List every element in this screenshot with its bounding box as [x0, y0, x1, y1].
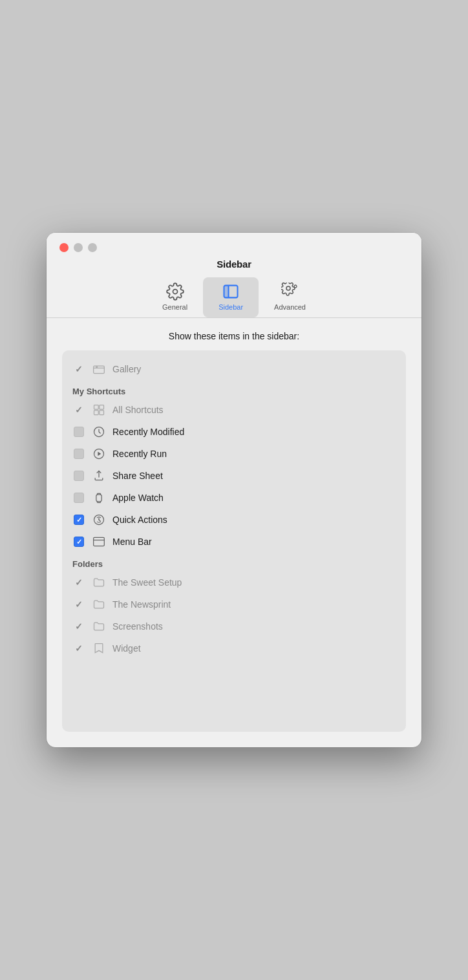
checkmark-icon: ✓ [75, 364, 83, 374]
folder-icon [92, 619, 106, 634]
title-bar: Sidebar General [47, 233, 421, 317]
items-panel: ✓ Gallery My Shortcuts ✓ [62, 350, 406, 732]
folder-icon [92, 597, 106, 612]
quick-actions-label: Quick Actions [112, 515, 396, 525]
list-item[interactable]: Recently Modified [62, 421, 406, 443]
gallery-label: Gallery [112, 364, 396, 374]
recently-run-check[interactable] [72, 449, 85, 459]
checkmark-icon: ✓ [75, 621, 83, 632]
all-shortcuts-check: ✓ [72, 405, 85, 415]
folder-icon [92, 575, 106, 590]
menu-bar-icon [92, 535, 106, 549]
checkmark-icon: ✓ [75, 577, 83, 588]
recently-run-label: Recently Run [112, 449, 396, 459]
sweet-setup-label: The Sweet Setup [112, 577, 396, 588]
list-item[interactable]: ✓ Quick Actions [62, 509, 406, 531]
list-item: ✓ The Newsprint [62, 593, 406, 615]
sidebar-icon [222, 282, 240, 301]
apple-watch-label: Apple Watch [112, 493, 396, 503]
apple-watch-check[interactable] [72, 493, 85, 503]
gallery-icon [92, 362, 106, 376]
folders-header: Folders [62, 553, 406, 571]
apple-watch-icon [92, 491, 106, 505]
screenshots-check: ✓ [72, 621, 85, 632]
svg-rect-7 [94, 410, 99, 415]
my-shortcuts-header: My Shortcuts [62, 380, 406, 399]
tab-general[interactable]: General [147, 277, 203, 317]
share-sheet-check[interactable] [72, 471, 85, 481]
gallery-check: ✓ [72, 364, 85, 374]
svg-rect-12 [96, 495, 101, 502]
svg-point-20 [98, 519, 100, 520]
general-label: General [162, 303, 187, 311]
svg-rect-8 [100, 410, 104, 415]
sidebar-label: Sidebar [218, 303, 243, 311]
list-item[interactable]: Recently Run [62, 443, 406, 465]
menu-bar-check[interactable]: ✓ [72, 537, 85, 547]
window-controls [59, 243, 97, 252]
checkmark-icon: ✓ [75, 599, 83, 610]
recently-run-icon [92, 447, 106, 461]
sweet-setup-check: ✓ [72, 577, 85, 588]
checkmark-icon: ✓ [75, 643, 83, 654]
list-item: ✓ The Sweet Setup [62, 571, 406, 593]
list-item: ✓ Widget [62, 637, 406, 659]
checkbox-checked[interactable]: ✓ [74, 515, 84, 525]
section-title: Show these items in the sidebar: [62, 331, 406, 341]
svg-rect-2 [224, 286, 229, 298]
advanced-label: Advanced [274, 303, 306, 311]
all-shortcuts-label: All Shortcuts [112, 405, 396, 415]
list-item[interactable]: Apple Watch [62, 487, 406, 509]
svg-point-4 [96, 367, 98, 368]
recently-modified-label: Recently Modified [112, 427, 396, 437]
checkbox-unchecked[interactable] [74, 493, 84, 503]
list-item[interactable]: Share Sheet [62, 465, 406, 487]
toolbar: General Sidebar [147, 277, 321, 317]
checkbox-unchecked[interactable] [74, 471, 84, 481]
recently-modified-check[interactable] [72, 427, 85, 437]
widget-label: Widget [112, 643, 396, 654]
minimize-button[interactable] [74, 243, 83, 252]
window-title: Sidebar [217, 259, 251, 270]
tab-advanced[interactable]: Advanced [259, 277, 321, 317]
gear-icon [166, 282, 184, 301]
svg-rect-3 [94, 366, 105, 374]
newsprint-check: ✓ [72, 599, 85, 610]
list-item: ✓ Screenshots [62, 615, 406, 637]
menu-bar-label: Menu Bar [112, 537, 396, 547]
all-shortcuts-icon [92, 403, 106, 417]
list-item[interactable]: ✓ Menu Bar [62, 531, 406, 553]
quick-actions-check[interactable]: ✓ [72, 515, 85, 525]
svg-rect-21 [94, 537, 105, 546]
svg-rect-6 [100, 405, 104, 410]
recently-modified-icon [92, 425, 106, 439]
content-area: Show these items in the sidebar: ✓ Galle… [47, 318, 421, 747]
share-sheet-label: Share Sheet [112, 471, 396, 481]
bookmark-icon [92, 641, 106, 655]
svg-rect-5 [94, 405, 99, 410]
window: Sidebar General [47, 233, 421, 747]
checkbox-checked[interactable]: ✓ [74, 537, 84, 547]
screenshots-label: Screenshots [112, 621, 396, 632]
close-button[interactable] [59, 243, 69, 252]
checkbox-unchecked[interactable] [74, 449, 84, 459]
list-item: ✓ Gallery [62, 358, 406, 380]
checkbox-unchecked[interactable] [74, 427, 84, 437]
list-item[interactable]: ✓ All Shortcuts [62, 399, 406, 421]
maximize-button[interactable] [88, 243, 97, 252]
newsprint-label: The Newsprint [112, 599, 396, 610]
tab-sidebar[interactable]: Sidebar [203, 277, 259, 317]
quick-actions-icon [92, 513, 106, 527]
advanced-gear-icon [281, 282, 299, 301]
widget-check: ✓ [72, 643, 85, 654]
share-sheet-icon [92, 469, 106, 483]
svg-marker-11 [98, 452, 101, 456]
checkmark-icon: ✓ [75, 405, 83, 415]
